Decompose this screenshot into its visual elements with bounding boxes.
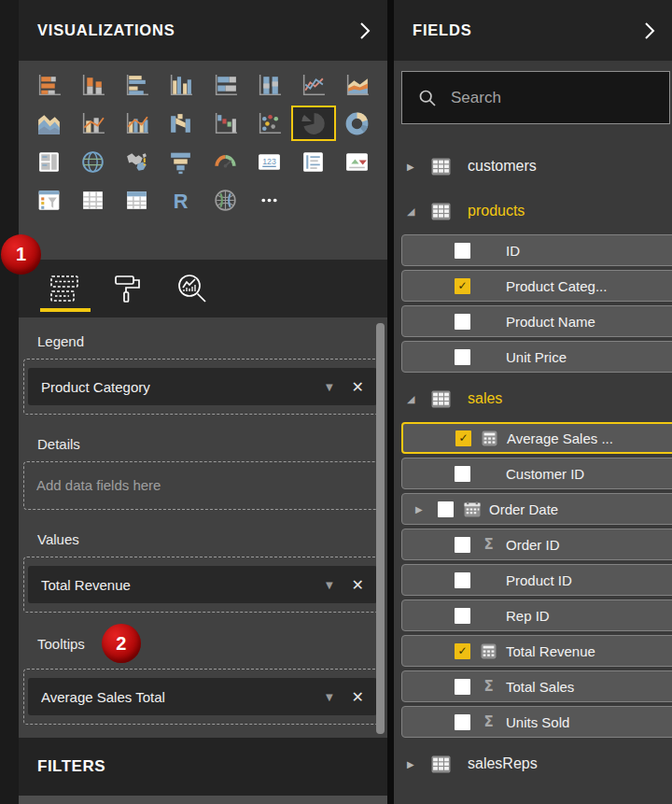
well-label: Legend [37,333,84,349]
line-and-stacked-column-chart-icon[interactable] [72,107,113,139]
matrix-icon[interactable] [117,184,158,216]
visualizations-title: VISUALIZATIONS [37,21,359,39]
slicer-icon[interactable] [28,184,69,216]
tab-format[interactable] [110,260,147,317]
treemap-icon[interactable] [28,146,69,177]
field-checkbox[interactable] [455,679,470,695]
filled-map-icon[interactable] [117,146,158,177]
well-dropzone[interactable]: Total Revenue▼✕ [23,557,382,613]
field-pill[interactable]: Total Revenue▼✕ [28,566,377,603]
calendar-icon [463,501,481,517]
remove-field-icon[interactable]: ✕ [352,378,364,396]
field-row[interactable]: Product ID [401,564,672,596]
remove-field-icon[interactable]: ✕ [352,576,364,594]
field-checkbox[interactable] [438,501,454,517]
gauge-icon[interactable] [204,146,245,177]
tab-analytics[interactable] [174,260,211,317]
stacked-column-chart-icon[interactable] [72,69,113,101]
waterfall-chart-icon[interactable] [204,107,245,139]
hundred-percent-stacked-column-chart-icon[interactable] [248,69,289,101]
field-checkbox[interactable]: ✓ [455,430,471,446]
search-icon [418,89,437,107]
fields-search[interactable] [401,71,670,124]
field-row[interactable]: ✓Average Sales ... [401,422,672,454]
table-name: sales [468,390,502,407]
field-checkbox[interactable] [455,608,470,624]
fields-tree: ▶customers◢productsID✓Product Categ...Pr… [394,140,672,787]
field-checkbox[interactable] [455,537,470,553]
collapse-pane-chevron-icon[interactable] [359,21,371,40]
more-options-icon[interactable] [248,184,289,216]
stacked-bar-chart-icon[interactable] [28,69,69,101]
expand-arrow-icon[interactable]: ▶ [407,162,420,172]
table-row-products[interactable]: ◢products [394,192,672,230]
ribbon-chart-icon[interactable] [161,107,202,139]
expand-arrow-icon[interactable]: ▶ [415,504,427,515]
clustered-bar-chart-icon[interactable] [117,69,158,101]
field-row[interactable]: Product Name [401,305,672,337]
collapse-arrow-icon[interactable]: ◢ [407,393,420,405]
collapse-arrow-icon[interactable]: ◢ [407,205,420,218]
arcgis-map-icon[interactable] [204,184,245,216]
sigma-icon: Σ [480,678,497,695]
stacked-area-chart-icon[interactable] [28,107,69,139]
field-row[interactable]: Customer ID [401,458,672,489]
table-icon [431,203,451,220]
area-chart-icon[interactable] [337,69,378,101]
field-row[interactable]: ▶Order Date [401,493,672,525]
pie-chart-icon[interactable] [293,107,334,139]
line-chart-icon[interactable] [293,69,334,101]
field-checkbox[interactable] [455,349,470,365]
line-and-clustered-column-chart-icon[interactable] [117,107,158,139]
well-dropzone[interactable]: Add data fields here [23,461,382,510]
field-row[interactable]: ΣUnits Sold [401,706,672,738]
dropdown-arrow-icon[interactable]: ▼ [326,692,333,702]
search-input[interactable] [449,88,660,108]
field-row[interactable]: ✓Product Categ... [401,270,672,302]
well-label-row: Legend [37,331,387,351]
field-row[interactable]: ID [401,234,672,266]
field-checkbox[interactable]: ✓ [455,278,470,294]
field-row[interactable]: ΣOrder ID [401,529,672,560]
field-row[interactable]: Rep ID [401,599,672,631]
field-checkbox[interactable] [455,714,470,730]
pane-tabs [19,260,387,317]
donut-chart-icon[interactable] [337,107,378,139]
field-checkbox[interactable] [455,243,470,259]
field-row[interactable]: ΣTotal Sales [401,670,672,702]
field-pill-label: Total Revenue [41,577,326,593]
field-pill[interactable]: Average Sales Total▼✕ [28,678,377,715]
expand-arrow-icon[interactable]: ▶ [407,759,420,769]
field-row[interactable]: ✓Total Revenue [401,635,672,667]
field-pill[interactable]: Product Category▼✕ [28,368,377,405]
field-label: Order ID [506,537,560,553]
clustered-column-chart-icon[interactable] [161,69,202,101]
hundred-percent-stacked-bar-chart-icon[interactable] [204,69,245,101]
scrollbar-thumb[interactable] [376,323,385,734]
field-row[interactable]: Unit Price [401,341,672,373]
field-checkbox[interactable] [455,466,470,482]
map-icon[interactable] [72,146,113,177]
card-icon[interactable]: 123 [248,146,289,177]
funnel-icon[interactable] [161,146,202,177]
field-checkbox[interactable] [455,314,470,330]
field-checkbox[interactable] [455,572,470,588]
well-dropzone[interactable]: Average Sales Total▼✕ [23,669,382,725]
tab-fields[interactable] [47,260,84,317]
table-row-salesReps[interactable]: ▶salesReps [394,745,672,783]
dropdown-arrow-icon[interactable]: ▼ [326,580,333,590]
table-row-sales[interactable]: ◢sales [394,380,672,417]
multi-row-card-icon[interactable] [293,146,334,177]
table-icon[interactable] [72,184,113,216]
collapse-fields-chevron-icon[interactable] [644,21,655,40]
kpi-icon[interactable] [337,146,378,177]
field-checkbox[interactable]: ✓ [455,643,470,659]
table-row-customers[interactable]: ▶customers [394,148,672,185]
well-dropzone[interactable]: Product Category▼✕ [23,359,382,415]
r-script-visual-icon[interactable]: R [161,184,202,216]
scatter-chart-icon[interactable] [248,107,289,139]
remove-field-icon[interactable]: ✕ [352,688,364,706]
filters-title: FILTERS [37,757,105,776]
field-label: Units Sold [506,714,569,730]
dropdown-arrow-icon[interactable]: ▼ [326,382,333,392]
